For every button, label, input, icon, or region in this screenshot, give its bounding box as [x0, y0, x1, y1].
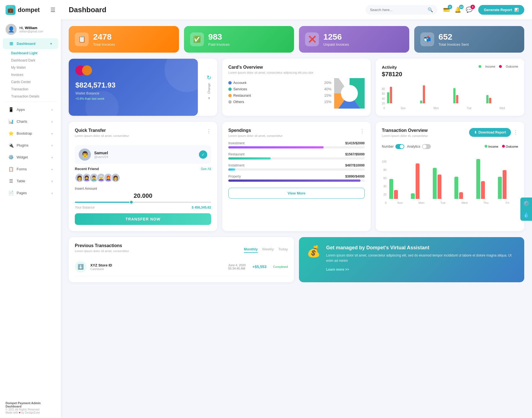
see-all-link[interactable]: See All: [201, 167, 211, 171]
va-learn-more-link[interactable]: Learn more >>: [326, 268, 349, 271]
spendings-card: Spendings Lorem ipsum dolor sit amet, co…: [222, 122, 371, 231]
tab-weekly[interactable]: Weekly: [262, 247, 274, 253]
bar-wed-outcome: [489, 98, 491, 103]
pie-center: [341, 85, 358, 102]
wallet-icon-btn[interactable]: 💳 2: [443, 6, 450, 13]
trans-amount-1: +$5,553: [252, 265, 267, 269]
to-bars-wrapper: Sun Mon Tue Wed Thu Fri: [389, 152, 518, 204]
to-title: Transaction Overview: [382, 128, 428, 133]
change-button[interactable]: ↻ Change ▾: [201, 59, 217, 116]
to-subtitle: Lorem ipsum dolor et, consectetur: [382, 134, 428, 137]
pie-chart-svg: [334, 78, 365, 109]
sidebar-item-widget[interactable]: ⚙️ Widget ›: [3, 152, 58, 163]
sidebar-item-bootstrap[interactable]: ⭐ Bootstrap ›: [3, 128, 58, 139]
sidebar-item-charts[interactable]: 📊 Charts ›: [3, 116, 58, 127]
slider-thumb[interactable]: [129, 200, 133, 204]
bell-badge: 12: [459, 5, 464, 9]
sidebar-item-plugins[interactable]: 🔌 Plugins ›: [3, 140, 58, 151]
search-input[interactable]: [370, 8, 425, 12]
to-bar-fri-outcome: [503, 170, 507, 199]
qt-subtitle: Lorem ipsum dolor sit amet, consectetur: [75, 134, 129, 137]
investment-label: Investment: [228, 141, 245, 145]
search-bar: 🔍: [365, 5, 438, 15]
va-content: Get managed by Dompet's Virtual Assistan…: [326, 245, 516, 271]
to-menu-icon[interactable]: ⋮: [513, 129, 518, 135]
restaurant-header: Restaurant $1567/$5000: [228, 152, 365, 156]
to-bar-thu: [476, 159, 497, 199]
stat-card-paid-invoices: ✅ 983 Paid Invoices: [184, 26, 294, 53]
bar-sun-income: [387, 92, 389, 103]
analytics-toggle-switch[interactable]: [422, 144, 431, 149]
trans-date-1: June 4, 2020 05:34:45 AM: [228, 263, 246, 270]
friend-avatars: 👩 👩‍🦱 👨‍🦱 👩‍🦳 👩‍🦰 👩: [75, 173, 211, 183]
qt-title: Quick Transfer: [75, 128, 129, 133]
activity-title-group: Activity $78120: [382, 65, 402, 81]
bar-tue-outcome: [456, 95, 458, 103]
user-section: 👤 Hi, William william@gmail.com: [0, 20, 61, 38]
paid-invoices-info: 983 Paid Invoices: [208, 32, 230, 47]
transfer-now-button[interactable]: TRANSFER NOW: [75, 213, 211, 225]
wallet-label: Wallet Balance: [75, 91, 191, 95]
cards-overview-content: Account 20% Services 40% Restaurant 15%: [228, 78, 365, 109]
tab-today[interactable]: Today: [278, 247, 288, 253]
sidebar-item-transaction[interactable]: Transaction: [8, 86, 61, 93]
sidebar-item-apps[interactable]: 📱 Apps ›: [3, 104, 58, 115]
footer-copy: © 2021 All Rights Reserved: [6, 408, 55, 411]
sidebar-item-table[interactable]: ☰ Table ›: [3, 176, 58, 186]
to-chart: 100 80 60 40 20 0: [382, 152, 518, 204]
sidebar-item-pages[interactable]: 📄 Pages ›: [3, 188, 58, 198]
to-actions: ⬇ Download Report ⋮: [469, 128, 518, 137]
wallet-change: +0.8% than last week: [75, 97, 191, 100]
spending-investment: Investment $1415/$2000: [228, 141, 365, 148]
settings-float-button[interactable]: ⚙️: [520, 198, 532, 209]
amount-slider[interactable]: [75, 202, 211, 203]
apps-icon: 📱: [8, 107, 14, 112]
sidebar-item-dashboard[interactable]: ⊞ Dashboard ▼: [3, 38, 58, 49]
generate-report-label: Generate Report: [484, 8, 512, 12]
person-row[interactable]: 👨 Samuel @sam224 ✓: [75, 145, 211, 164]
quick-transfer-menu-icon[interactable]: ⋮: [206, 128, 211, 134]
search-icon[interactable]: 🔍: [428, 7, 433, 12]
generate-report-button[interactable]: Generate Report 📊: [478, 5, 524, 15]
user-name: William: [25, 26, 37, 30]
view-more-button[interactable]: View More: [228, 188, 365, 199]
dashboard-sub-nav: Dashboard Light Dashboard Dark My Wallet…: [0, 50, 61, 100]
number-toggle-switch[interactable]: [395, 144, 404, 149]
chat-icon-btn[interactable]: 💬 5: [466, 6, 473, 13]
number-toggle[interactable]: Number: [382, 144, 404, 149]
sidebar-item-invoices[interactable]: Invoices: [8, 71, 61, 78]
outcome-legend-dot: [499, 65, 502, 68]
wallet-card: $824,571.93 Wallet Balance +0.8% than la…: [69, 59, 198, 116]
person-avatar: 👨: [79, 148, 91, 161]
avatar: 👤: [6, 24, 17, 35]
tab-monthly[interactable]: Monthly: [244, 247, 258, 253]
sidebar-item-forms[interactable]: 📋 Forms ›: [3, 164, 58, 175]
bar-mon-income: [420, 101, 422, 103]
total-invoices-number: 2478: [93, 32, 115, 41]
friend-avatar-6[interactable]: 👩: [111, 173, 120, 183]
cards-overview-list: Account 20% Services 40% Restaurant 15%: [228, 81, 331, 106]
to-bar-tue-outcome: [438, 175, 441, 199]
sidebar-item-my-wallet[interactable]: My Wallet: [8, 64, 61, 71]
charts-icon: 📊: [8, 119, 14, 124]
va-desc: Lorem ipsum dolor sit amet, consectetur …: [326, 253, 516, 263]
hamburger-icon[interactable]: ☰: [50, 7, 55, 13]
forms-label: Forms: [17, 167, 27, 171]
analytics-toggle-knob: [423, 145, 426, 148]
sidebar: 💼 dompet ☰ 👤 Hi, William william@gmail.c…: [0, 0, 61, 418]
sidebar-item-cards-center[interactable]: Cards Center: [8, 78, 61, 86]
to-bar-sun: [389, 179, 410, 199]
virtual-assistant-card: 💰 Get managed by Dompet's Virtual Assist…: [299, 237, 524, 282]
bottom-row: Quick Transfer Lorem ipsum dolor sit ame…: [69, 122, 524, 231]
restaurant-label: Restaurant: [228, 152, 245, 156]
bell-icon-btn[interactable]: 🔔 12: [454, 6, 461, 13]
sidebar-item-dashboard-dark[interactable]: Dashboard Dark: [8, 57, 61, 64]
income-legend-dot: [479, 65, 481, 68]
sidebar-item-transaction-details[interactable]: Transaction Details: [8, 93, 61, 100]
analytics-toggle[interactable]: Analytics: [407, 144, 431, 149]
sidebar-item-dashboard-light[interactable]: Dashboard Light: [8, 50, 61, 57]
theme-float-button[interactable]: 💧: [520, 209, 532, 221]
spendings-menu-icon[interactable]: ⋮: [360, 128, 365, 134]
download-report-button[interactable]: ⬇ Download Report: [469, 128, 511, 137]
user-info: Hi, William william@gmail.com: [19, 26, 43, 33]
